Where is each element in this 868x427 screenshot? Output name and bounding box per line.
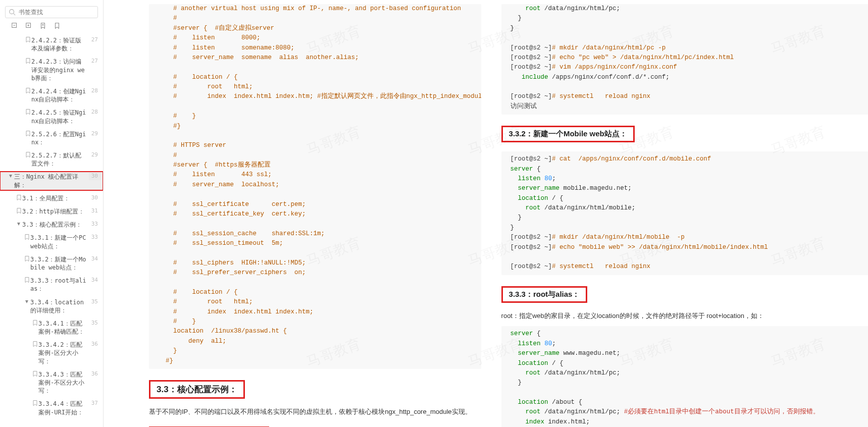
code-block-virtualhost: # another virtual host using mix of IP-,… — [149, 4, 481, 369]
outline-item-label: 3.3.4.1：匹配案例-精确匹配： — [38, 319, 89, 336]
outline-item-label: 3.3：核心配置示例： — [22, 221, 89, 229]
outline-item[interactable]: 3.3.4.2：匹配案例-区分大小写：36 — [0, 340, 103, 366]
search-row — [0, 4, 103, 22]
outline-item-label: 3.3.4.4：匹配案例-URI开始： — [38, 400, 89, 416]
expand-triangle-icon — [23, 298, 30, 306]
outline-item-label: 2.4.2.2：验证版本及编译参数： — [31, 36, 89, 52]
outline-item[interactable]: 3.3.4.1：匹配案例-精确匹配：35 — [0, 318, 103, 337]
bookmark-item-icon — [31, 319, 38, 328]
outline-item-label: 3.3.4：location的详细使用： — [30, 298, 89, 314]
code-block-pc-continue: root /data/nginx/html/pc; } } [root@s2 ~… — [501, 4, 868, 115]
outline-item-label: 3.3.3：root与alias： — [30, 277, 89, 293]
expand-triangle-icon — [7, 173, 14, 181]
bookmark-item-icon — [24, 109, 31, 117]
outline-item-label: 2.4.2.5：验证Nginx自启动脚本： — [31, 109, 89, 125]
outline-item[interactable]: 3.3.2：新建一个Mobile web站点：34 — [0, 254, 103, 273]
expand-all-icon[interactable] — [25, 22, 32, 29]
outline-tree: 2.4.2.2：验证版本及编译参数：272.4.2.3：访问编译安装的nginx… — [0, 32, 103, 427]
outline-item-label: 3.2：http详细配置： — [22, 207, 89, 216]
bookmark-item-icon — [15, 207, 22, 216]
outline-item-page: 35 — [89, 298, 101, 306]
bookmark-item-icon — [31, 370, 38, 379]
outline-item-label: 2.4.2.4：创建Nginx自启动脚本： — [31, 87, 89, 103]
outline-item-page: 29 — [89, 130, 101, 138]
page-right-column: root /data/nginx/html/pc; } } [root@s2 ~… — [501, 0, 868, 427]
heading-3-3: 3.3：核心配置示例： — [149, 380, 245, 399]
outline-item-page: 27 — [89, 36, 101, 44]
collapse-all-icon[interactable] — [11, 22, 18, 29]
outline-item-page: 27 — [89, 58, 101, 65]
outline-item[interactable]: 3.3.1：新建一个PC web站点：33 — [0, 233, 103, 251]
outline-item-page: 36 — [89, 370, 101, 378]
outline-item-page: 36 — [89, 341, 101, 348]
outline-item[interactable]: 3.3.3：root与alias：34 — [0, 276, 103, 294]
outline-item[interactable]: 2.4.2.2：验证版本及编译参数：27 — [0, 35, 103, 54]
outline-item[interactable]: 3.3.4.3：匹配案例-不区分大小写：36 — [0, 369, 103, 396]
outline-item-page: 35 — [89, 319, 101, 327]
outline-item-label: 三：Nginx 核心配置详解： — [14, 173, 89, 189]
outline-item-page: 34 — [89, 255, 101, 263]
outline-item-label: 2.5.2.6：配置Nginx： — [31, 130, 89, 146]
code-block-root-alias: server { listen 80; server_name www.mage… — [501, 326, 868, 427]
bookmark-item-icon — [31, 400, 38, 408]
outline-item[interactable]: 3.3.4：location的详细使用：35 — [0, 297, 103, 315]
outline-item-page: 37 — [89, 400, 101, 407]
search-box[interactable] — [5, 6, 98, 18]
heading-3-3-2: 3.3.2：新建一个Mobile web站点： — [501, 126, 635, 142]
search-input[interactable] — [19, 9, 94, 16]
outline-item[interactable]: 2.4.2.4：创建Nginx自启动脚本：28 — [0, 86, 103, 104]
outline-item[interactable]: 2.5.2.6：配置Nginx：29 — [0, 129, 103, 147]
search-icon — [9, 9, 16, 16]
outline-item[interactable]: 三：Nginx 核心配置详解：30 — [0, 172, 103, 190]
bookmark-item-icon — [31, 341, 38, 349]
outline-item-label: 3.3.2：新建一个Mobile web站点： — [30, 255, 89, 272]
outline-item-label: 3.3.4.2：匹配案例-区分大小写： — [38, 341, 89, 365]
document-content: # another virtual host using mix of IP-,… — [104, 0, 868, 427]
bookmark-item-icon — [24, 87, 31, 95]
outline-item[interactable]: 2.4.2.5：验证Nginx自启动脚本：28 — [0, 108, 103, 126]
bookmark-add-icon[interactable] — [39, 22, 46, 29]
bookmark-item-icon — [24, 58, 31, 66]
outline-item-label: 2.5.2.7：默认配置文件： — [31, 151, 89, 168]
para-3-3-3: root：指定web的家目录，在定义location的时候，文件的绝对路径等于 … — [501, 311, 868, 322]
para-3-3: 基于不同的IP、不同的端口以及不用得域名实现不同的虚拟主机，依赖于核心模块ngx… — [149, 407, 481, 417]
bookmark-item-icon — [23, 255, 30, 263]
svg-point-0 — [10, 10, 14, 14]
heading-3-3-3: 3.3.3：root与alias： — [501, 286, 588, 303]
code-block-mobile-conf: [root@s2 ~]# cat /apps/nginx/conf/conf.d… — [501, 151, 868, 275]
outline-item[interactable]: 2.4.2.3：访问编译安装的nginx web界面：27 — [0, 57, 103, 83]
page-left-column: # another virtual host using mix of IP-,… — [114, 0, 481, 427]
outline-item-page: 28 — [89, 109, 101, 116]
outline-item-label: 3.3.4.3：匹配案例-不区分大小写： — [38, 370, 89, 395]
bookmark-item-icon — [15, 194, 22, 202]
bookmark-item-icon — [23, 277, 30, 285]
outline-item-label: 2.4.2.3：访问编译安装的nginx web界面： — [31, 58, 89, 82]
bookmark-item-icon — [23, 234, 30, 242]
outline-item-page: 30 — [89, 194, 101, 202]
expand-triangle-icon — [15, 221, 22, 229]
outline-item-page: 29 — [89, 151, 101, 159]
outline-item-page: 28 — [89, 87, 101, 95]
bookmark-item-icon — [24, 151, 31, 159]
sidebar: 2.4.2.2：验证版本及编译参数：272.4.2.3：访问编译安装的nginx… — [0, 0, 104, 427]
outline-item[interactable]: 2.5.2.7：默认配置文件：29 — [0, 150, 103, 169]
outline-item[interactable]: 3.3：核心配置示例：33 — [0, 220, 103, 230]
outline-item-page: 30 — [89, 173, 101, 180]
outline-item-page: 33 — [89, 234, 101, 241]
outline-item-page: 34 — [89, 277, 101, 284]
outline-item[interactable]: 3.1：全局配置：30 — [0, 193, 103, 203]
outline-item-page: 33 — [89, 221, 101, 228]
svg-line-1 — [14, 14, 16, 16]
bookmark-item-icon — [24, 36, 31, 44]
outline-item[interactable]: 3.2：http详细配置：31 — [0, 206, 103, 217]
sidebar-toolbar — [0, 22, 103, 32]
bookmark-item-icon — [24, 130, 31, 138]
outline-item-label: 3.1：全局配置： — [22, 194, 89, 202]
outline-item-page: 31 — [89, 207, 101, 215]
outline-item[interactable]: 3.3.4.4：匹配案例-URI开始：37 — [0, 399, 103, 417]
outline-item-label: 3.3.1：新建一个PC web站点： — [30, 234, 89, 250]
bookmark-icon[interactable] — [54, 22, 61, 29]
